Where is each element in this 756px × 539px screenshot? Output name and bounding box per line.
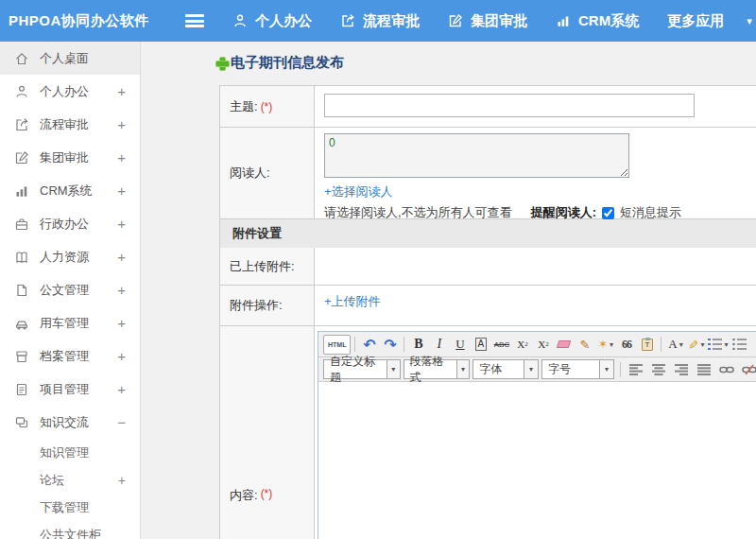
topnav-personal-office[interactable]: 个人办公	[232, 12, 312, 30]
font-size-a-button[interactable]: A	[475, 338, 488, 351]
sms-remind-checkbox[interactable]	[602, 207, 614, 219]
expand-toggle[interactable]: +	[117, 381, 126, 397]
align-right-icon	[675, 364, 688, 375]
topnav-group-approval[interactable]: 集团审批	[448, 12, 527, 30]
highlight-color-button[interactable]: ✎▾	[686, 335, 706, 355]
remove-link-button[interactable]	[740, 359, 756, 379]
person-icon	[232, 13, 248, 28]
sidebar-item-personal-desktop[interactable]: 个人桌面	[0, 42, 140, 75]
undo-button[interactable]: ↶	[359, 335, 379, 355]
expand-toggle[interactable]: +	[117, 249, 126, 265]
content-value-cell: HTML ↶ ↷ B I U A ABC X2 X2 ✎	[315, 326, 756, 539]
sidebar-item-archive-management[interactable]: 档案管理 +	[0, 339, 140, 373]
archive-icon	[14, 349, 30, 364]
subject-row: 主题: (*)	[220, 86, 756, 128]
sidebar-item-workflow-approval[interactable]: 流程审批 +	[0, 108, 140, 141]
format-painter-button[interactable]: ✎	[575, 335, 594, 355]
flow-icon	[340, 13, 355, 28]
font-family-select[interactable]: 字体 ▾	[472, 359, 539, 379]
sidebar-subitem-download-management[interactable]: 下载管理	[0, 494, 140, 521]
source-code-button[interactable]: HTML	[323, 335, 351, 355]
expand-toggle[interactable]: +	[117, 183, 126, 199]
expand-toggle[interactable]: +	[117, 282, 126, 298]
main-content: 电子期刊信息发布 主题: (*) 阅读人: 0 +选择阅读人 请选择阅读人,不选…	[142, 42, 756, 539]
sidebar-item-human-resources[interactable]: 人力资源 +	[0, 240, 140, 273]
briefcase-icon	[14, 217, 30, 232]
topnav-workflow-approval[interactable]: 流程审批	[340, 12, 420, 30]
top-navigation: 个人办公 流程审批 集团审批 CRM系统 更多应用	[232, 12, 752, 30]
sidebar-item-vehicle-management[interactable]: 用车管理 +	[0, 306, 140, 339]
align-center-button[interactable]	[649, 359, 669, 379]
custom-heading-select[interactable]: 自定义标题 ▾	[323, 359, 401, 379]
subject-label: 主题: (*)	[220, 86, 315, 127]
chevron-down-icon: ▾	[387, 360, 400, 378]
remove-format-button[interactable]	[554, 335, 574, 355]
uploaded-attachments-value	[315, 248, 756, 285]
align-right-button[interactable]	[672, 359, 692, 379]
ordered-list-button[interactable]: ▾	[707, 335, 729, 355]
expand-toggle[interactable]: +	[117, 348, 126, 364]
flow-icon	[14, 117, 30, 132]
unordered-list-icon	[732, 339, 747, 350]
topnav-crm-system[interactable]: CRM系统	[556, 12, 639, 30]
hamburger-menu-icon[interactable]	[185, 14, 204, 27]
select-readers-link[interactable]: +选择阅读人	[324, 183, 747, 200]
justify-button[interactable]	[695, 359, 714, 379]
italic-button[interactable]: I	[429, 335, 449, 355]
blockquote-button[interactable]: 66	[616, 335, 636, 355]
unordered-list-button[interactable]	[730, 335, 749, 355]
chat-icon	[14, 415, 30, 430]
expand-toggle[interactable]: +	[117, 315, 126, 331]
sidebar-item-admin-office[interactable]: 行政办公 +	[0, 207, 140, 240]
chevron-down-icon[interactable]: ▾	[747, 15, 752, 27]
insert-link-button[interactable]	[717, 359, 737, 379]
expand-toggle[interactable]: +	[117, 83, 126, 99]
quick-format-button[interactable]: ✶▾	[595, 335, 615, 355]
content-label: 内容: (*)	[220, 326, 315, 539]
topnav-more-apps[interactable]: 更多应用	[667, 12, 724, 30]
readers-textarea[interactable]: 0	[324, 133, 629, 178]
toolbar-separator	[354, 337, 355, 352]
sidebar-item-personal-office[interactable]: 个人办公 +	[0, 75, 140, 108]
subject-input[interactable]	[324, 94, 695, 117]
align-left-button[interactable]	[627, 359, 646, 379]
sidebar-item-group-approval[interactable]: 集团审批 +	[0, 141, 140, 174]
redo-button[interactable]: ↷	[380, 335, 400, 355]
sidebar-item-knowledge-exchange[interactable]: 知识交流 −	[0, 406, 140, 439]
page-title: 电子期刊信息发布	[215, 54, 344, 72]
sidebar-subitem-knowledge-management[interactable]: 知识管理	[0, 439, 140, 466]
superscript-button[interactable]: X2	[512, 335, 532, 355]
content-row: 内容: (*) HTML ↶ ↷ B I U A	[220, 326, 756, 539]
person-icon	[14, 84, 30, 99]
attachment-ops-label: 附件操作:	[220, 286, 315, 325]
chevron-down-icon: ▾	[679, 340, 683, 349]
subscript-button[interactable]: X2	[533, 335, 553, 355]
strikethrough-button[interactable]: ABC	[491, 335, 511, 355]
font-color-button[interactable]: A▾	[665, 335, 685, 355]
sidebar-subitem-public-file-cabinet[interactable]: 公共文件柜	[0, 521, 140, 539]
sidebar: 个人桌面 个人办公 + 流程审批 + 集团审批 + CRM系统 +	[0, 42, 141, 539]
paste-as-text-button[interactable]: T	[637, 335, 657, 355]
attachment-ops-value: +上传附件	[315, 286, 756, 325]
paragraph-format-select[interactable]: 段落格式 ▾	[404, 359, 471, 379]
expand-toggle[interactable]: +	[117, 216, 126, 232]
upload-attachment-link[interactable]: +上传附件	[324, 294, 381, 308]
book-icon	[14, 250, 30, 265]
collapse-toggle[interactable]: −	[117, 414, 126, 430]
sidebar-subitem-forum[interactable]: 论坛 +	[0, 466, 140, 494]
sidebar-item-project-management[interactable]: 项目管理 +	[0, 373, 140, 406]
editor-content-area[interactable]	[318, 382, 756, 539]
sidebar-item-crm-system[interactable]: CRM系统 +	[0, 174, 140, 207]
chevron-down-icon: ▾	[610, 340, 613, 349]
eraser-icon	[557, 340, 572, 348]
sidebar-item-document-management[interactable]: 公文管理 +	[0, 273, 140, 306]
font-size-select[interactable]: 字号 ▾	[541, 359, 614, 379]
bold-button[interactable]: B	[408, 335, 428, 355]
attachment-section-header: 附件设置	[220, 219, 756, 248]
expand-toggle[interactable]: +	[117, 149, 126, 165]
underline-button[interactable]: U	[450, 335, 470, 355]
chevron-down-icon: ▾	[456, 360, 470, 378]
toolbar-separator	[404, 337, 404, 352]
expand-toggle[interactable]: +	[118, 473, 126, 488]
expand-toggle[interactable]: +	[117, 116, 126, 132]
